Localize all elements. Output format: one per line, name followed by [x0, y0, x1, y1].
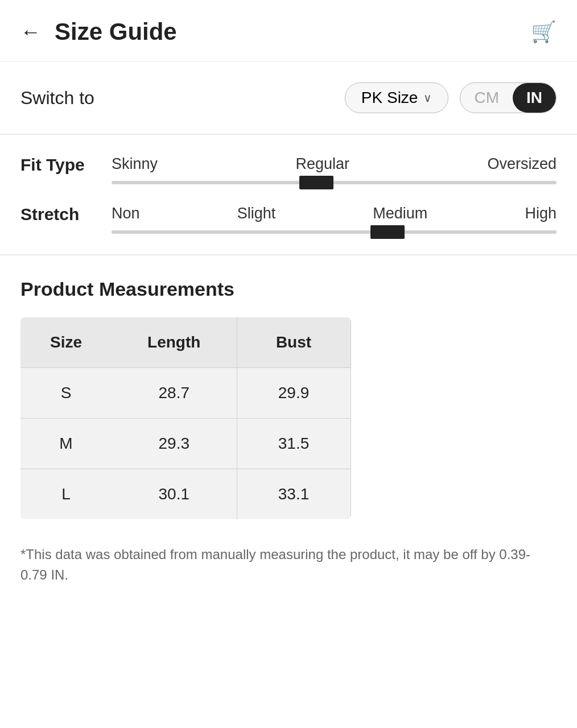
switch-row: Switch to PK Size ∨ CM IN: [0, 62, 577, 135]
unit-toggle: CM IN: [460, 82, 557, 113]
stretch-high-label: High: [525, 205, 557, 222]
stretch-medium-label: Medium: [373, 205, 427, 222]
fit-regular-label: Regular: [295, 155, 349, 173]
measurements-title: Product Measurements: [20, 278, 557, 300]
measurements-section: Product Measurements Size Length Bust S …: [0, 255, 577, 531]
back-button[interactable]: ←: [20, 20, 41, 44]
fit-type-labels: Skinny Regular Oversized: [112, 155, 557, 173]
cell-bust: 33.1: [237, 469, 351, 520]
stretch-slight-label: Slight: [237, 205, 276, 222]
fit-type-row: Fit Type Skinny Regular Oversized: [20, 155, 557, 184]
stretch-slider[interactable]: [112, 230, 557, 234]
stretch-row: Stretch Non Slight Medium High: [20, 205, 557, 234]
col-size-header: Size: [20, 317, 112, 368]
col-length-header: Length: [112, 317, 237, 368]
fit-type-slider[interactable]: [112, 181, 557, 184]
cell-length: 29.3: [112, 419, 237, 469]
table-row: S 28.7 29.9: [20, 368, 351, 419]
cart-icon[interactable]: 🛒: [531, 20, 557, 44]
stretch-thumb: [370, 225, 405, 239]
cell-length: 28.7: [112, 368, 237, 419]
fit-section: Fit Type Skinny Regular Oversized Stretc…: [0, 135, 577, 255]
cell-size: M: [20, 419, 112, 469]
cell-size: S: [20, 368, 112, 419]
cell-bust: 29.9: [237, 368, 351, 419]
col-bust-header: Bust: [237, 317, 351, 368]
stretch-label: Stretch: [20, 205, 112, 224]
table-row: L 30.1 33.1: [20, 469, 351, 520]
fit-type-content: Skinny Regular Oversized: [112, 155, 557, 184]
disclaimer: *This data was obtained from manually me…: [0, 531, 577, 608]
pk-size-label: PK Size: [361, 89, 418, 107]
cell-bust: 31.5: [237, 419, 351, 469]
stretch-labels: Non Slight Medium High: [112, 205, 557, 222]
pk-size-dropdown[interactable]: PK Size ∨: [345, 82, 449, 113]
table-header-row: Size Length Bust: [20, 317, 351, 368]
fit-oversized-label: Oversized: [487, 155, 557, 173]
measurements-table: Size Length Bust S 28.7 29.9 M 29.3 31.5…: [20, 317, 351, 519]
switch-to-label: Switch to: [20, 88, 345, 109]
in-button[interactable]: IN: [513, 83, 556, 113]
table-row: M 29.3 31.5: [20, 419, 351, 469]
fit-skinny-label: Skinny: [112, 155, 158, 173]
chevron-down-icon: ∨: [423, 91, 432, 105]
cell-length: 30.1: [112, 469, 237, 520]
fit-type-thumb: [299, 176, 333, 189]
cell-size: L: [20, 469, 112, 520]
page-title: Size Guide: [55, 18, 531, 46]
stretch-content: Non Slight Medium High: [112, 205, 557, 234]
header: ← Size Guide 🛒: [0, 0, 577, 62]
switch-controls: PK Size ∨ CM IN: [345, 82, 557, 113]
fit-type-label: Fit Type: [20, 155, 112, 175]
stretch-non-label: Non: [112, 205, 140, 222]
cm-button[interactable]: CM: [460, 83, 513, 113]
